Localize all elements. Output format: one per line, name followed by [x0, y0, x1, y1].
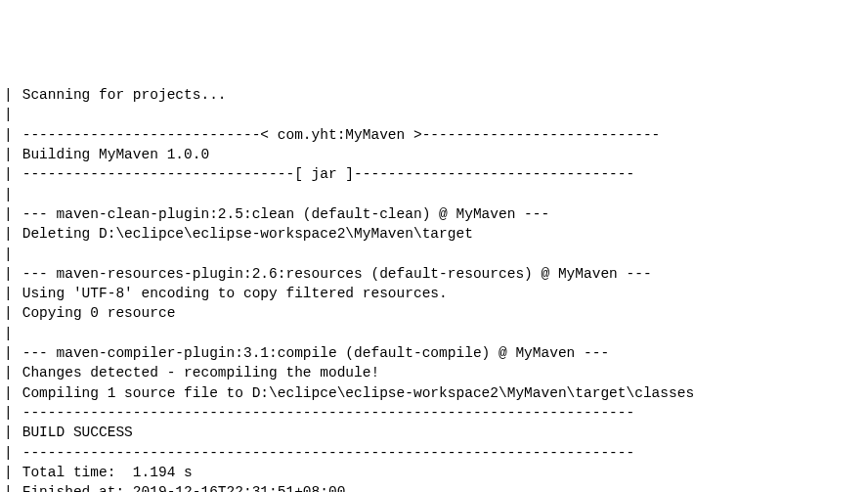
line-text: Total time: 1.194 s [14, 463, 193, 482]
line-text: Compiling 1 source file to D:\eclipce\ec… [14, 383, 694, 403]
line-text: Deleting D:\eclipce\eclipse-workspace2\M… [14, 224, 473, 244]
line-prefix: | [4, 383, 14, 403]
console-line: | Building MyMaven 1.0.0 [4, 145, 864, 164]
line-text: Finished at: 2019-12-16T22:31:51+08:00 [14, 482, 345, 492]
line-prefix: | [4, 185, 14, 204]
line-prefix: | [4, 423, 14, 442]
line-text: --- maven-compiler-plugin:3.1:compile (d… [14, 343, 609, 363]
console-line: | --- maven-clean-plugin:2.5:clean (defa… [4, 204, 864, 224]
console-line: | --- maven-compiler-plugin:3.1:compile … [4, 343, 864, 363]
console-line: | [4, 324, 864, 343]
line-prefix: | [4, 264, 14, 284]
line-prefix: | [4, 343, 14, 363]
line-text: Copying 0 resource [14, 303, 175, 323]
console-line: | [4, 245, 864, 264]
console-line: | Total time: 1.194 s [4, 463, 864, 482]
console-line: | --------------------------------------… [4, 403, 864, 423]
line-prefix: | [4, 105, 14, 124]
line-prefix: | [4, 204, 14, 224]
line-prefix: | [4, 443, 14, 463]
line-prefix: | [4, 303, 14, 323]
line-text: ----------------------------------------… [14, 443, 634, 463]
line-prefix: | [4, 403, 14, 423]
line-text [14, 105, 22, 124]
line-prefix: | [4, 363, 14, 382]
line-text: Building MyMaven 1.0.0 [14, 145, 209, 164]
console-line: | --- maven-resources-plugin:2.6:resourc… [4, 264, 864, 284]
line-text: --- maven-clean-plugin:2.5:clean (defaul… [14, 204, 549, 224]
console-line: | Deleting D:\eclipce\eclipse-workspace2… [4, 224, 864, 244]
console-line: | Finished at: 2019-12-16T22:31:51+08:00 [4, 482, 864, 492]
line-prefix: | [4, 145, 14, 164]
console-line: | Using 'UTF-8' encoding to copy filtere… [4, 284, 864, 303]
line-prefix: | [4, 324, 14, 343]
line-text: BUILD SUCCESS [14, 423, 133, 442]
line-text [14, 245, 22, 264]
console-line: | ----------------------------< com.yht:… [4, 125, 864, 145]
line-text: Using 'UTF-8' encoding to copy filtered … [14, 284, 448, 303]
line-text: ----------------------------------------… [14, 403, 634, 423]
line-prefix: | [4, 164, 14, 184]
console-output: | Scanning for projects...| | ----------… [4, 85, 864, 492]
line-text [14, 185, 22, 204]
line-prefix: | [4, 85, 14, 105]
console-line: | [4, 105, 864, 124]
line-text [14, 324, 22, 343]
console-line: | BUILD SUCCESS [4, 423, 864, 442]
line-text: --------------------------------[ jar ]-… [14, 164, 634, 184]
line-text: --- maven-resources-plugin:2.6:resources… [14, 264, 652, 284]
line-prefix: | [4, 125, 14, 145]
line-prefix: | [4, 482, 14, 492]
line-text: ----------------------------< com.yht:My… [14, 125, 660, 145]
line-prefix: | [4, 463, 14, 482]
console-line: | --------------------------------[ jar … [4, 164, 864, 184]
line-prefix: | [4, 245, 14, 264]
console-line: | [4, 185, 864, 204]
console-line: | Copying 0 resource [4, 303, 864, 323]
console-line: | --------------------------------------… [4, 443, 864, 463]
line-text: Changes detected - recompiling the modul… [14, 363, 379, 382]
console-line: | Scanning for projects... [4, 85, 864, 105]
line-prefix: | [4, 284, 14, 303]
line-text: Scanning for projects... [14, 85, 227, 105]
console-line: | Changes detected - recompiling the mod… [4, 363, 864, 382]
line-prefix: | [4, 224, 14, 244]
console-line: | Compiling 1 source file to D:\eclipce\… [4, 383, 864, 403]
